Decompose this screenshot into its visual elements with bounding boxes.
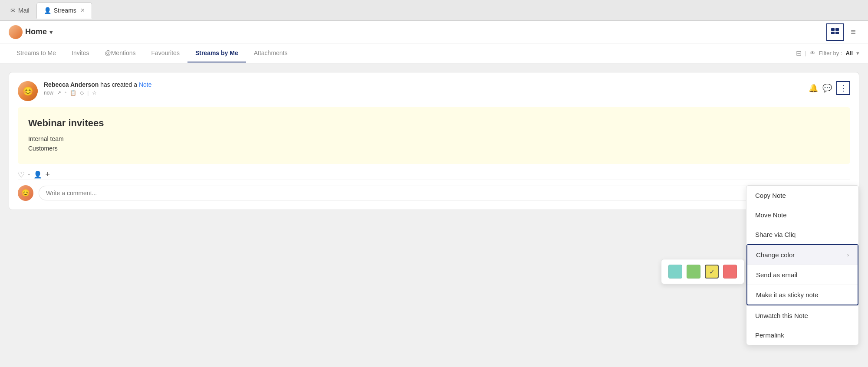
star-icon[interactable]: ☆ [92,90,97,96]
change-color-label: Change color [756,251,795,259]
meta-divider: • [65,90,66,96]
heart-icon[interactable]: ♡ [18,170,25,180]
card-header-info: Rebecca Anderson has created a Note now … [44,81,850,96]
card-title: Rebecca Anderson has created a Note [44,81,850,88]
color-swatch-teal[interactable] [668,265,682,279]
action-text: has created a [100,81,139,88]
note-title: Webinar invitees [28,118,840,129]
header-right: ≡ [826,23,859,41]
highlighted-menu-section: Change color › Send as email Make it as … [746,244,858,305]
note-line-2: Customers [28,144,840,153]
comment-input[interactable] [39,186,850,200]
svg-rect-0 [831,28,835,31]
context-menu: Copy Note Move Note Share via Cliq Chang… [746,185,859,345]
note-body: Internal team Customers [28,134,840,154]
alarm-icon[interactable]: 🔔 [809,83,818,93]
color-swatch-red[interactable] [723,265,737,279]
color-picker-popup: ✓ [661,259,744,284]
unwatch-label: Unwatch this Note [755,312,808,319]
mail-icon: ✉ [10,7,16,14]
stream-card: 😊 Rebecca Anderson has created a Note no… [9,72,859,210]
external-link-icon[interactable]: ↗ [57,90,61,96]
person-add-icon[interactable]: 👤 [33,170,42,179]
filter-value[interactable]: All [845,50,853,56]
menu-item-change-color[interactable]: Change color › [747,245,858,265]
tab-mentions[interactable]: @Mentions [97,44,144,62]
streams-tab-icon: 👤 [44,7,51,14]
grid-view-button[interactable] [826,23,844,41]
card-actions-right: 🔔 💬 ⋮ [809,81,850,95]
send-email-label: Send as email [756,271,797,279]
avatar-image: 😊 [18,81,38,101]
nav-tabs-left: Streams to Me Invites @Mentions Favourit… [9,44,296,62]
tab-streams-label: Streams [54,7,76,14]
menu-item-unwatch[interactable]: Unwatch this Note [746,305,858,325]
document-icon[interactable]: 📋 [70,90,76,96]
svg-rect-1 [835,28,839,31]
card-meta: now ↗ • 📋 ◇ | ☆ [44,90,850,96]
close-tab-button[interactable]: × [81,7,85,14]
filter-divider: | [805,50,806,56]
svg-rect-3 [835,32,839,34]
tab-favourites[interactable]: Favourites [144,44,187,62]
more-options-button[interactable]: ⋮ [836,81,850,95]
dot-sep: • [28,172,30,177]
tab-streams-by-me[interactable]: Streams by Me [187,44,246,62]
reaction-bar: ♡ • 👤 + [18,170,850,180]
tab-attachments[interactable]: Attachments [246,44,296,62]
tab-mail-label: Mail [18,7,30,14]
header: Home ▾ ≡ [0,21,868,43]
home-title[interactable]: Home [25,27,47,36]
make-sticky-label: Make it as sticky note [756,291,818,298]
color-swatch-green[interactable] [687,265,700,279]
filter-icon[interactable]: ⊟ [796,49,802,57]
note-line-1: Internal team [28,134,840,144]
note-content: Webinar invitees Internal team Customers [18,107,850,164]
add-icon[interactable]: + [46,170,50,179]
author-name: Rebecca Anderson [44,81,99,88]
tab-mail[interactable]: ✉ Mail [3,2,36,19]
commenter-avatar: 😊 [18,185,33,201]
main-content: 😊 Rebecca Anderson has created a Note no… [0,63,868,367]
menu-item-move-note[interactable]: Move Note [746,205,858,225]
change-color-chevron-icon: › [847,252,849,258]
copy-note-label: Copy Note [755,192,786,199]
time-label: now [44,90,53,96]
menu-item-copy-note[interactable]: Copy Note [746,186,858,205]
tab-invites[interactable]: Invites [64,44,97,62]
nav-tabs: Streams to Me Invites @Mentions Favourit… [0,43,868,63]
watch-icon[interactable]: 👁 [810,50,815,56]
move-note-label: Move Note [755,211,787,219]
color-swatch-yellow[interactable]: ✓ [705,265,719,279]
menu-item-make-sticky[interactable]: Make it as sticky note [747,285,858,305]
menu-item-share-cliq[interactable]: Share via Cliq [746,225,858,244]
chat-icon[interactable]: 💬 [822,83,832,93]
nav-tabs-right: ⊟ | 👁 Filter by : All ▾ [796,49,859,57]
menu-item-permalink[interactable]: Permalink [746,325,858,345]
tab-streams[interactable]: 👤 Streams × [36,2,92,19]
checkmark-icon: ✓ [709,268,715,276]
filter-label: Filter by : [819,50,842,56]
svg-rect-2 [831,32,835,34]
chevron-down-icon: ▾ [49,29,53,36]
menu-item-send-email[interactable]: Send as email [747,265,858,285]
share-cliq-label: Share via Cliq [755,231,796,238]
filter-chevron-icon: ▾ [856,50,859,56]
header-left: Home ▾ [9,25,53,39]
avatar-small [9,25,23,39]
avatar: 😊 [18,81,38,101]
tag-icon[interactable]: ◇ [80,90,84,96]
comment-area: 😊 [18,180,850,201]
tab-streams-to-me[interactable]: Streams to Me [9,44,64,62]
meta-divider2: | [87,90,89,96]
permalink-label: Permalink [755,331,784,339]
card-header: 😊 Rebecca Anderson has created a Note no… [18,81,850,101]
tab-bar: ✉ Mail 👤 Streams × [0,0,868,21]
hamburger-menu-button[interactable]: ≡ [847,25,859,39]
note-link[interactable]: Note [139,81,152,88]
